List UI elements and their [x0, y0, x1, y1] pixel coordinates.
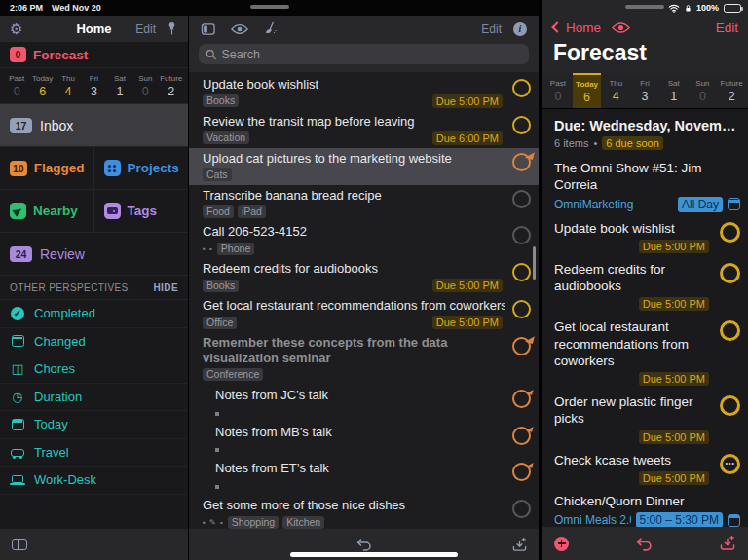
day-thu[interactable]: Thu4	[601, 73, 630, 108]
task-row[interactable]: Notes from JC’s talk	[189, 385, 539, 422]
home-indicator[interactable]	[290, 552, 458, 557]
day-future[interactable]: Future2	[159, 68, 184, 103]
due-section-meta: 6 items • 6 due soon	[554, 136, 740, 150]
view-eye-icon[interactable]	[231, 23, 248, 35]
task-row[interactable]: Get local restaurant recommendations fro…	[189, 295, 539, 332]
save-to-inbox-icon[interactable]	[720, 536, 735, 551]
day-sat[interactable]: Sat1	[107, 68, 132, 103]
status-circle[interactable]	[512, 390, 531, 408]
sidebar-edit-button[interactable]: Edit	[135, 22, 156, 36]
project-link[interactable]: OmniMarketing	[554, 198, 673, 211]
task-row[interactable]: Notes from ET’s talk	[189, 458, 539, 495]
forecast-calendar-row[interactable]: The Omni Show #51: Jim Correia OmniMarke…	[554, 160, 740, 212]
hide-button[interactable]: HIDE	[154, 282, 179, 293]
project-link[interactable]: Omni Meals 2.0	[554, 513, 631, 527]
search-field[interactable]	[199, 44, 529, 64]
day-fri[interactable]: Fri3	[81, 68, 106, 103]
task-row[interactable]: Review the transit map before leaving Va…	[189, 111, 539, 148]
window-drag-handle[interactable]	[250, 5, 289, 9]
status-circle[interactable]: •••	[720, 263, 740, 283]
task-row-selected[interactable]: Upload cat pictures to the marketing web…	[189, 148, 539, 185]
day-sun[interactable]: Sun0	[689, 73, 718, 108]
note-icon	[215, 485, 219, 489]
back-button[interactable]: Home	[551, 20, 601, 35]
day-past[interactable]: Past0	[4, 68, 29, 103]
day-sun[interactable]: Sun0	[132, 68, 158, 103]
new-window-icon[interactable]	[12, 539, 27, 550]
status-circle[interactable]: •••	[720, 395, 740, 416]
task-row[interactable]: Redeem credits for audiobooks BooksDue 5…	[189, 258, 539, 295]
due-section-title: Due: Wednesday, November…	[554, 118, 740, 133]
sidebar-item-changed[interactable]: Changed	[0, 328, 188, 356]
task-row[interactable]: Get some more of those nice dishes ▪ ✎ •…	[189, 495, 539, 529]
add-item-plus-icon[interactable]	[554, 537, 569, 551]
sidebar-item-tags[interactable]: Tags	[94, 190, 189, 233]
task-row[interactable]: Call 206-523-4152 ▪ •Phone	[189, 221, 539, 258]
pin-icon[interactable]	[166, 21, 178, 36]
sidebar-item-today[interactable]: Today	[0, 411, 188, 439]
day-sat[interactable]: Sat1	[659, 73, 689, 108]
status-circle[interactable]: •••	[720, 222, 740, 243]
status-circle[interactable]: •••	[720, 454, 740, 474]
sidebar-item-nearby[interactable]: Nearby	[0, 190, 94, 233]
save-to-inbox-icon[interactable]	[512, 538, 527, 552]
task-row[interactable]: Transcribe banana bread recipe FoodiPad	[189, 185, 539, 222]
sidebar-item-projects[interactable]: Projects	[94, 147, 189, 190]
forecast-task-row[interactable]: Update book wishlist Due 5:00 PM •••	[554, 220, 740, 253]
forecast-page-title: Forecast	[542, 39, 748, 73]
status-circle[interactable]	[512, 500, 531, 518]
task-edit-button[interactable]: Edit	[481, 22, 502, 36]
task-row[interactable]: Notes from MB’s talk	[189, 422, 539, 459]
item-count: 6 items	[554, 137, 588, 149]
sidebar-bottom-bar	[0, 529, 188, 560]
sidebar-item-travel[interactable]: Travel	[0, 439, 188, 467]
scrollbar[interactable]	[533, 246, 536, 280]
status-circle[interactable]	[512, 263, 531, 281]
status-circle[interactable]	[512, 226, 531, 244]
status-circle[interactable]	[512, 427, 531, 445]
forecast-bottom-bar	[542, 527, 748, 560]
status-circle[interactable]: •••	[720, 320, 740, 341]
status-circle[interactable]	[512, 116, 531, 134]
sidebar-item-duration[interactable]: ◷Duration	[0, 384, 188, 412]
status-circle[interactable]	[512, 300, 531, 318]
undo-icon[interactable]	[635, 537, 654, 551]
window-drag-handle[interactable]	[625, 5, 664, 9]
sidebar-item-review[interactable]: 24 Review	[0, 233, 188, 276]
status-time: 2:06 PM	[10, 3, 43, 13]
status-circle[interactable]	[512, 463, 531, 481]
sidebar-item-completed[interactable]: Completed	[0, 300, 188, 328]
sidebar-item-chores[interactable]: ◫Chores	[0, 355, 188, 384]
day-thu[interactable]: Thu4	[56, 68, 81, 103]
forecast-task-row[interactable]: Redeem credits for audiobooks Due 5:00 P…	[554, 261, 740, 312]
day-fri[interactable]: Fri3	[630, 73, 659, 108]
status-circle[interactable]: •••	[512, 79, 531, 97]
search-input[interactable]	[221, 48, 522, 61]
sidebar-item-forecast[interactable]: 0 Forecast	[0, 42, 188, 68]
forecast-edit-button[interactable]: Edit	[716, 20, 738, 35]
day-past[interactable]: Past0	[543, 73, 573, 108]
info-icon[interactable]: i	[513, 22, 527, 36]
forecast-task-row[interactable]: Get local restaurant recommendations fro…	[554, 318, 740, 386]
status-circle[interactable]	[512, 190, 531, 208]
forecast-task-row[interactable]: Check kcase tweets Due 5:00 PM •••	[554, 452, 740, 485]
due-badge: Due 5:00 PM	[639, 372, 709, 386]
settings-gear-icon[interactable]: ⚙	[10, 21, 22, 36]
task-row[interactable]: Update book wishlist BooksDue 5:00 PM ••…	[189, 74, 539, 111]
forecast-calendar-row[interactable]: Chicken/Quorn Dinner Omni Meals 2.0 5:00…	[554, 493, 740, 527]
view-eye-icon[interactable]	[612, 21, 630, 34]
status-circle[interactable]	[512, 153, 531, 171]
task-group-row[interactable]: Remember these concepts from the data vi…	[189, 332, 539, 385]
sidebar-item-work-desk[interactable]: Work-Desk	[0, 467, 188, 495]
undo-icon[interactable]	[355, 538, 373, 551]
day-today[interactable]: Today6	[29, 68, 55, 103]
toggle-sidebar-icon[interactable]	[201, 22, 216, 36]
clean-up-broom-icon[interactable]	[263, 21, 278, 36]
day-future[interactable]: Future2	[717, 73, 746, 108]
status-circle[interactable]	[512, 337, 531, 355]
sidebar-item-inbox[interactable]: 17 Inbox	[0, 104, 188, 147]
day-today[interactable]: Today6	[573, 73, 602, 108]
forecast-task-row[interactable]: Order new plastic finger picks Due 5:00 …	[554, 393, 740, 444]
sidebar-item-flagged[interactable]: 10 Flagged	[0, 147, 94, 190]
repeat-arrow-icon	[526, 462, 533, 468]
